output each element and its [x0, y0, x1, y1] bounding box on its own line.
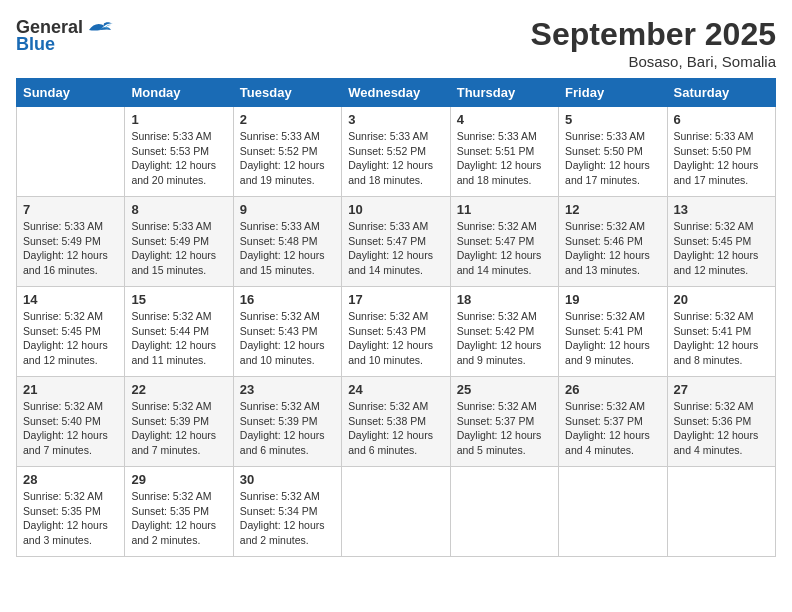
day-info: Sunrise: 5:32 AM Sunset: 5:37 PM Dayligh…: [457, 399, 552, 458]
header-tuesday: Tuesday: [233, 79, 341, 107]
calendar-cell: 2Sunrise: 5:33 AM Sunset: 5:52 PM Daylig…: [233, 107, 341, 197]
day-number: 18: [457, 292, 552, 307]
day-number: 11: [457, 202, 552, 217]
calendar-cell: 12Sunrise: 5:32 AM Sunset: 5:46 PM Dayli…: [559, 197, 667, 287]
day-number: 28: [23, 472, 118, 487]
calendar-cell: 27Sunrise: 5:32 AM Sunset: 5:36 PM Dayli…: [667, 377, 775, 467]
day-number: 9: [240, 202, 335, 217]
day-info: Sunrise: 5:32 AM Sunset: 5:39 PM Dayligh…: [131, 399, 226, 458]
calendar-week-row: 7Sunrise: 5:33 AM Sunset: 5:49 PM Daylig…: [17, 197, 776, 287]
calendar-cell: 4Sunrise: 5:33 AM Sunset: 5:51 PM Daylig…: [450, 107, 558, 197]
calendar-cell: 20Sunrise: 5:32 AM Sunset: 5:41 PM Dayli…: [667, 287, 775, 377]
day-info: Sunrise: 5:33 AM Sunset: 5:47 PM Dayligh…: [348, 219, 443, 278]
day-number: 19: [565, 292, 660, 307]
calendar-cell: 9Sunrise: 5:33 AM Sunset: 5:48 PM Daylig…: [233, 197, 341, 287]
page-header: General Blue September 2025 Bosaso, Bari…: [16, 16, 776, 70]
calendar-cell: [342, 467, 450, 557]
day-number: 15: [131, 292, 226, 307]
day-number: 7: [23, 202, 118, 217]
day-number: 8: [131, 202, 226, 217]
day-number: 20: [674, 292, 769, 307]
calendar-week-row: 1Sunrise: 5:33 AM Sunset: 5:53 PM Daylig…: [17, 107, 776, 197]
day-number: 29: [131, 472, 226, 487]
day-info: Sunrise: 5:32 AM Sunset: 5:35 PM Dayligh…: [23, 489, 118, 548]
header-wednesday: Wednesday: [342, 79, 450, 107]
day-number: 17: [348, 292, 443, 307]
day-info: Sunrise: 5:33 AM Sunset: 5:53 PM Dayligh…: [131, 129, 226, 188]
day-number: 6: [674, 112, 769, 127]
day-info: Sunrise: 5:32 AM Sunset: 5:43 PM Dayligh…: [240, 309, 335, 368]
calendar-cell: 29Sunrise: 5:32 AM Sunset: 5:35 PM Dayli…: [125, 467, 233, 557]
day-number: 5: [565, 112, 660, 127]
calendar-cell: 11Sunrise: 5:32 AM Sunset: 5:47 PM Dayli…: [450, 197, 558, 287]
day-info: Sunrise: 5:33 AM Sunset: 5:52 PM Dayligh…: [348, 129, 443, 188]
day-info: Sunrise: 5:33 AM Sunset: 5:48 PM Dayligh…: [240, 219, 335, 278]
calendar-cell: 17Sunrise: 5:32 AM Sunset: 5:43 PM Dayli…: [342, 287, 450, 377]
calendar-cell: 10Sunrise: 5:33 AM Sunset: 5:47 PM Dayli…: [342, 197, 450, 287]
day-info: Sunrise: 5:33 AM Sunset: 5:52 PM Dayligh…: [240, 129, 335, 188]
calendar-cell: 18Sunrise: 5:32 AM Sunset: 5:42 PM Dayli…: [450, 287, 558, 377]
header-friday: Friday: [559, 79, 667, 107]
calendar-cell: 22Sunrise: 5:32 AM Sunset: 5:39 PM Dayli…: [125, 377, 233, 467]
day-number: 25: [457, 382, 552, 397]
day-number: 14: [23, 292, 118, 307]
calendar-cell: 30Sunrise: 5:32 AM Sunset: 5:34 PM Dayli…: [233, 467, 341, 557]
day-number: 21: [23, 382, 118, 397]
day-number: 10: [348, 202, 443, 217]
day-number: 3: [348, 112, 443, 127]
calendar-cell: 24Sunrise: 5:32 AM Sunset: 5:38 PM Dayli…: [342, 377, 450, 467]
calendar-cell: 16Sunrise: 5:32 AM Sunset: 5:43 PM Dayli…: [233, 287, 341, 377]
day-info: Sunrise: 5:33 AM Sunset: 5:49 PM Dayligh…: [131, 219, 226, 278]
header-saturday: Saturday: [667, 79, 775, 107]
day-info: Sunrise: 5:32 AM Sunset: 5:38 PM Dayligh…: [348, 399, 443, 458]
day-info: Sunrise: 5:32 AM Sunset: 5:45 PM Dayligh…: [23, 309, 118, 368]
calendar-cell: 8Sunrise: 5:33 AM Sunset: 5:49 PM Daylig…: [125, 197, 233, 287]
day-info: Sunrise: 5:32 AM Sunset: 5:37 PM Dayligh…: [565, 399, 660, 458]
day-info: Sunrise: 5:32 AM Sunset: 5:35 PM Dayligh…: [131, 489, 226, 548]
calendar-week-row: 14Sunrise: 5:32 AM Sunset: 5:45 PM Dayli…: [17, 287, 776, 377]
title-section: September 2025 Bosaso, Bari, Somalia: [531, 16, 776, 70]
day-number: 26: [565, 382, 660, 397]
day-number: 16: [240, 292, 335, 307]
day-info: Sunrise: 5:32 AM Sunset: 5:39 PM Dayligh…: [240, 399, 335, 458]
day-info: Sunrise: 5:33 AM Sunset: 5:51 PM Dayligh…: [457, 129, 552, 188]
logo-bird-icon: [85, 16, 113, 38]
day-info: Sunrise: 5:32 AM Sunset: 5:40 PM Dayligh…: [23, 399, 118, 458]
day-info: Sunrise: 5:32 AM Sunset: 5:36 PM Dayligh…: [674, 399, 769, 458]
location-title: Bosaso, Bari, Somalia: [531, 53, 776, 70]
day-info: Sunrise: 5:33 AM Sunset: 5:49 PM Dayligh…: [23, 219, 118, 278]
calendar-cell: [667, 467, 775, 557]
calendar-cell: 28Sunrise: 5:32 AM Sunset: 5:35 PM Dayli…: [17, 467, 125, 557]
calendar-week-row: 21Sunrise: 5:32 AM Sunset: 5:40 PM Dayli…: [17, 377, 776, 467]
calendar-cell: [17, 107, 125, 197]
day-number: 4: [457, 112, 552, 127]
day-info: Sunrise: 5:32 AM Sunset: 5:41 PM Dayligh…: [674, 309, 769, 368]
day-number: 2: [240, 112, 335, 127]
logo: General Blue: [16, 16, 113, 55]
day-info: Sunrise: 5:32 AM Sunset: 5:42 PM Dayligh…: [457, 309, 552, 368]
day-number: 12: [565, 202, 660, 217]
calendar-cell: 1Sunrise: 5:33 AM Sunset: 5:53 PM Daylig…: [125, 107, 233, 197]
day-number: 24: [348, 382, 443, 397]
day-info: Sunrise: 5:32 AM Sunset: 5:44 PM Dayligh…: [131, 309, 226, 368]
day-info: Sunrise: 5:32 AM Sunset: 5:41 PM Dayligh…: [565, 309, 660, 368]
day-info: Sunrise: 5:32 AM Sunset: 5:34 PM Dayligh…: [240, 489, 335, 548]
calendar-cell: 7Sunrise: 5:33 AM Sunset: 5:49 PM Daylig…: [17, 197, 125, 287]
day-number: 27: [674, 382, 769, 397]
calendar-header-row: SundayMondayTuesdayWednesdayThursdayFrid…: [17, 79, 776, 107]
calendar-cell: 23Sunrise: 5:32 AM Sunset: 5:39 PM Dayli…: [233, 377, 341, 467]
calendar-cell: 19Sunrise: 5:32 AM Sunset: 5:41 PM Dayli…: [559, 287, 667, 377]
calendar-cell: [559, 467, 667, 557]
day-info: Sunrise: 5:32 AM Sunset: 5:45 PM Dayligh…: [674, 219, 769, 278]
day-number: 13: [674, 202, 769, 217]
header-thursday: Thursday: [450, 79, 558, 107]
header-sunday: Sunday: [17, 79, 125, 107]
day-info: Sunrise: 5:33 AM Sunset: 5:50 PM Dayligh…: [674, 129, 769, 188]
day-info: Sunrise: 5:32 AM Sunset: 5:47 PM Dayligh…: [457, 219, 552, 278]
calendar-cell: 25Sunrise: 5:32 AM Sunset: 5:37 PM Dayli…: [450, 377, 558, 467]
calendar-cell: [450, 467, 558, 557]
day-info: Sunrise: 5:32 AM Sunset: 5:46 PM Dayligh…: [565, 219, 660, 278]
calendar-cell: 3Sunrise: 5:33 AM Sunset: 5:52 PM Daylig…: [342, 107, 450, 197]
day-number: 23: [240, 382, 335, 397]
day-number: 30: [240, 472, 335, 487]
